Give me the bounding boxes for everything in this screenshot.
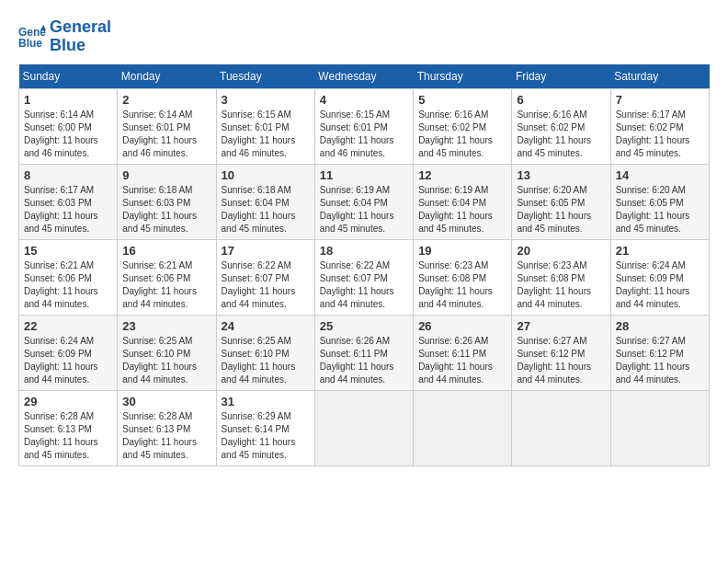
calendar-day-6: 6 Sunrise: 6:16 AM Sunset: 6:02 PM Dayli…: [512, 88, 610, 164]
day-number: 21: [616, 244, 704, 258]
day-info: Sunrise: 6:26 AM Sunset: 6:11 PM Dayligh…: [320, 335, 408, 386]
calendar-header-row: SundayMondayTuesdayWednesdayThursdayFrid…: [19, 64, 710, 89]
day-number: 26: [418, 319, 506, 333]
day-info: Sunrise: 6:23 AM Sunset: 6:08 PM Dayligh…: [418, 259, 506, 311]
day-number: 1: [24, 93, 112, 107]
calendar-week-5: 29 Sunrise: 6:28 AM Sunset: 6:13 PM Dayl…: [19, 390, 710, 465]
calendar-day-10: 10 Sunrise: 6:18 AM Sunset: 6:04 PM Dayl…: [216, 164, 314, 239]
day-info: Sunrise: 6:14 AM Sunset: 6:00 PM Dayligh…: [24, 109, 112, 160]
day-info: Sunrise: 6:18 AM Sunset: 6:03 PM Dayligh…: [122, 184, 210, 236]
calendar-week-3: 15 Sunrise: 6:21 AM Sunset: 6:06 PM Dayl…: [19, 239, 710, 315]
day-number: 19: [418, 244, 506, 258]
day-info: Sunrise: 6:22 AM Sunset: 6:07 PM Dayligh…: [320, 259, 408, 311]
day-number: 3: [222, 93, 310, 107]
calendar-day-26: 26 Sunrise: 6:26 AM Sunset: 6:11 PM Dayl…: [414, 315, 512, 390]
day-info: Sunrise: 6:28 AM Sunset: 6:13 PM Dayligh…: [24, 410, 112, 462]
calendar-day-24: 24 Sunrise: 6:25 AM Sunset: 6:10 PM Dayl…: [216, 315, 314, 390]
day-number: 5: [418, 93, 506, 107]
day-number: 23: [122, 319, 210, 333]
calendar-header-tuesday: Tuesday: [216, 64, 314, 89]
calendar-header-saturday: Saturday: [610, 64, 709, 89]
day-number: 28: [616, 319, 704, 333]
calendar-table: SundayMondayTuesdayWednesdayThursdayFrid…: [18, 64, 710, 466]
day-number: 14: [616, 168, 704, 182]
day-number: 22: [24, 319, 112, 333]
day-info: Sunrise: 6:20 AM Sunset: 6:05 PM Dayligh…: [517, 184, 605, 236]
calendar-day-9: 9 Sunrise: 6:18 AM Sunset: 6:03 PM Dayli…: [118, 164, 216, 239]
day-number: 24: [222, 319, 310, 333]
day-info: Sunrise: 6:15 AM Sunset: 6:01 PM Dayligh…: [320, 109, 408, 160]
calendar-day-20: 20 Sunrise: 6:23 AM Sunset: 6:08 PM Dayl…: [512, 239, 610, 315]
day-info: Sunrise: 6:18 AM Sunset: 6:04 PM Dayligh…: [222, 184, 310, 236]
calendar-day-30: 30 Sunrise: 6:28 AM Sunset: 6:13 PM Dayl…: [118, 390, 216, 465]
day-number: 2: [122, 93, 210, 107]
calendar-day-29: 29 Sunrise: 6:28 AM Sunset: 6:13 PM Dayl…: [19, 390, 118, 465]
day-number: 9: [122, 168, 210, 182]
calendar-day-4: 4 Sunrise: 6:15 AM Sunset: 6:01 PM Dayli…: [314, 88, 413, 164]
day-info: Sunrise: 6:19 AM Sunset: 6:04 PM Dayligh…: [320, 184, 408, 236]
day-info: Sunrise: 6:25 AM Sunset: 6:10 PM Dayligh…: [122, 335, 210, 386]
calendar-header-wednesday: Wednesday: [314, 64, 413, 89]
empty-cell: [414, 390, 512, 465]
calendar-body: 1 Sunrise: 6:14 AM Sunset: 6:00 PM Dayli…: [19, 88, 710, 465]
day-number: 30: [122, 395, 210, 408]
day-info: Sunrise: 6:28 AM Sunset: 6:13 PM Dayligh…: [122, 410, 210, 462]
day-info: Sunrise: 6:25 AM Sunset: 6:10 PM Dayligh…: [222, 335, 310, 386]
calendar-day-25: 25 Sunrise: 6:26 AM Sunset: 6:11 PM Dayl…: [314, 315, 413, 390]
day-info: Sunrise: 6:27 AM Sunset: 6:12 PM Dayligh…: [616, 335, 704, 386]
day-info: Sunrise: 6:16 AM Sunset: 6:02 PM Dayligh…: [517, 109, 605, 160]
calendar-day-3: 3 Sunrise: 6:15 AM Sunset: 6:01 PM Dayli…: [216, 88, 314, 164]
svg-text:Blue: Blue: [18, 37, 42, 50]
day-number: 16: [122, 244, 210, 258]
day-info: Sunrise: 6:24 AM Sunset: 6:09 PM Dayligh…: [24, 335, 112, 386]
day-number: 4: [320, 93, 408, 107]
calendar-header-friday: Friday: [512, 64, 610, 89]
day-number: 6: [517, 93, 605, 107]
page-header: General Blue GeneralBlue: [18, 18, 710, 55]
calendar-day-28: 28 Sunrise: 6:27 AM Sunset: 6:12 PM Dayl…: [610, 315, 709, 390]
calendar-day-13: 13 Sunrise: 6:20 AM Sunset: 6:05 PM Dayl…: [512, 164, 610, 239]
day-info: Sunrise: 6:21 AM Sunset: 6:06 PM Dayligh…: [24, 259, 112, 311]
calendar-day-23: 23 Sunrise: 6:25 AM Sunset: 6:10 PM Dayl…: [118, 315, 216, 390]
day-info: Sunrise: 6:29 AM Sunset: 6:14 PM Dayligh…: [222, 410, 310, 462]
day-number: 29: [24, 395, 112, 408]
day-number: 25: [320, 319, 408, 333]
day-info: Sunrise: 6:24 AM Sunset: 6:09 PM Dayligh…: [616, 259, 704, 311]
calendar-day-5: 5 Sunrise: 6:16 AM Sunset: 6:02 PM Dayli…: [414, 88, 512, 164]
day-info: Sunrise: 6:14 AM Sunset: 6:01 PM Dayligh…: [122, 109, 210, 160]
day-info: Sunrise: 6:15 AM Sunset: 6:01 PM Dayligh…: [222, 109, 310, 160]
day-number: 12: [418, 168, 506, 182]
day-number: 7: [616, 93, 704, 107]
day-info: Sunrise: 6:22 AM Sunset: 6:07 PM Dayligh…: [222, 259, 310, 311]
calendar-week-1: 1 Sunrise: 6:14 AM Sunset: 6:00 PM Dayli…: [19, 88, 710, 164]
day-number: 31: [222, 395, 310, 408]
day-number: 17: [222, 244, 310, 258]
day-number: 15: [24, 244, 112, 258]
calendar-header-monday: Monday: [118, 64, 216, 89]
calendar-day-8: 8 Sunrise: 6:17 AM Sunset: 6:03 PM Dayli…: [19, 164, 118, 239]
day-number: 13: [517, 168, 605, 182]
calendar-day-7: 7 Sunrise: 6:17 AM Sunset: 6:02 PM Dayli…: [610, 88, 709, 164]
calendar-day-16: 16 Sunrise: 6:21 AM Sunset: 6:06 PM Dayl…: [118, 239, 216, 315]
day-info: Sunrise: 6:16 AM Sunset: 6:02 PM Dayligh…: [418, 109, 506, 160]
day-number: 8: [24, 168, 112, 182]
empty-cell: [610, 390, 709, 465]
day-info: Sunrise: 6:17 AM Sunset: 6:02 PM Dayligh…: [616, 109, 704, 160]
day-number: 27: [517, 319, 605, 333]
calendar-week-2: 8 Sunrise: 6:17 AM Sunset: 6:03 PM Dayli…: [19, 164, 710, 239]
calendar-day-2: 2 Sunrise: 6:14 AM Sunset: 6:01 PM Dayli…: [118, 88, 216, 164]
calendar-day-11: 11 Sunrise: 6:19 AM Sunset: 6:04 PM Dayl…: [314, 164, 413, 239]
calendar-day-18: 18 Sunrise: 6:22 AM Sunset: 6:07 PM Dayl…: [314, 239, 413, 315]
calendar-day-22: 22 Sunrise: 6:24 AM Sunset: 6:09 PM Dayl…: [19, 315, 118, 390]
day-number: 10: [222, 168, 310, 182]
logo: General Blue GeneralBlue: [18, 18, 111, 55]
day-number: 11: [320, 168, 408, 182]
calendar-day-14: 14 Sunrise: 6:20 AM Sunset: 6:05 PM Dayl…: [610, 164, 709, 239]
day-number: 20: [517, 244, 605, 258]
calendar-day-1: 1 Sunrise: 6:14 AM Sunset: 6:00 PM Dayli…: [19, 88, 118, 164]
day-number: 18: [320, 244, 408, 258]
day-info: Sunrise: 6:23 AM Sunset: 6:08 PM Dayligh…: [517, 259, 605, 311]
calendar-day-31: 31 Sunrise: 6:29 AM Sunset: 6:14 PM Dayl…: [216, 390, 314, 465]
calendar-day-19: 19 Sunrise: 6:23 AM Sunset: 6:08 PM Dayl…: [414, 239, 512, 315]
day-info: Sunrise: 6:21 AM Sunset: 6:06 PM Dayligh…: [122, 259, 210, 311]
